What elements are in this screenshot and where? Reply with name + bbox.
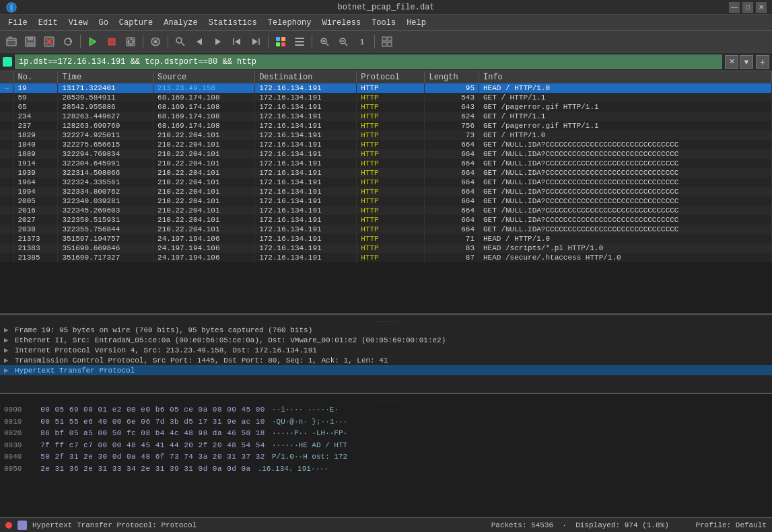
menu-edit[interactable]: Edit	[33, 17, 63, 29]
table-row[interactable]: 1840 322275.656615 210.22.204.101 172.16…	[0, 140, 772, 149]
menu-file[interactable]: File	[3, 17, 33, 29]
table-row[interactable]: 21373 351597.194757 24.197.194.106 172.1…	[0, 234, 772, 243]
row-src: 24.197.194.106	[153, 234, 255, 243]
col-no[interactable]: No.	[13, 71, 58, 83]
menu-analyze[interactable]: Analyze	[158, 17, 203, 29]
detail-row[interactable]: ▶ Ethernet II, Src: EntradaN_05:ce:0a (0…	[0, 335, 772, 345]
row-length: 73	[425, 130, 479, 140]
menu-capture[interactable]: Capture	[114, 17, 158, 29]
open-file-button[interactable]	[3, 33, 20, 50]
table-row[interactable]: 1914 322304.645991 210.22.204.101 172.16…	[0, 159, 772, 168]
menu-help[interactable]: Help	[401, 17, 431, 29]
table-row[interactable]: 1829 322274.925011 210.22.204.101 172.16…	[0, 130, 772, 140]
row-protocol: HTTP	[357, 159, 425, 168]
row-info: GET /NULL.IDA?CCCCCCCCCCCCCCCCCCCCCCCCCC…	[479, 178, 772, 187]
table-row[interactable]: 2005 322340.039281 210.22.204.101 172.16…	[0, 196, 772, 206]
window-controls[interactable]: — □ ✕	[729, 2, 767, 13]
maximize-button[interactable]: □	[742, 2, 753, 13]
colorize-button[interactable]	[272, 33, 289, 50]
normal-size-button[interactable]: 1	[353, 33, 371, 50]
col-length[interactable]: Length	[425, 71, 479, 83]
detail-text: Internet Protocol Version 4, Src: 213.23…	[15, 346, 317, 354]
row-length: 71	[425, 234, 479, 243]
filter-clear-button[interactable]: ✕	[725, 55, 738, 69]
row-protocol: HTTP	[357, 243, 425, 253]
row-no: 2027	[13, 215, 58, 225]
detail-row[interactable]: ▶ Transmission Control Protocol, Src Por…	[0, 355, 772, 365]
start-capture-button[interactable]	[84, 33, 102, 50]
table-row[interactable]: 1939 322314.508066 210.22.204.101 172.16…	[0, 168, 772, 178]
detail-row[interactable]: ▶ Hypertext Transfer Protocol	[0, 365, 772, 375]
packet-list-scroll[interactable]: No. Time Source Destination Protocol Len…	[0, 71, 772, 313]
go-forward-button[interactable]	[209, 33, 227, 50]
status-profile: Profile: Default	[695, 521, 767, 529]
go-first-button[interactable]	[228, 33, 246, 50]
hex-offset: 0040	[4, 451, 31, 463]
row-time: 322294.769834	[58, 149, 153, 159]
zoom-out-button[interactable]	[335, 33, 352, 50]
table-row[interactable]: 234 128263.449627 68.169.174.108 172.16.…	[0, 112, 772, 121]
table-row[interactable]: 59 28539.584911 68.169.174.108 172.16.13…	[0, 93, 772, 102]
packet-rows: → 19 13171.322401 213.23.49.158 172.16.1…	[0, 83, 772, 262]
table-row[interactable]: 1964 322324.335561 210.22.204.101 172.16…	[0, 178, 772, 187]
row-protocol: HTTP	[357, 178, 425, 187]
svg-rect-26	[281, 42, 285, 46]
row-info: GET /NULL.IDA?CCCCCCCCCCCCCCCCCCCCCCCCCC…	[479, 168, 772, 178]
filter-add-button[interactable]: +	[756, 55, 769, 69]
table-row[interactable]: 1889 322294.769834 210.22.204.101 172.16…	[0, 149, 772, 159]
row-no: 21373	[13, 234, 58, 243]
status-bar: Hypertext Transfer Protocol: Protocol Pa…	[0, 517, 772, 532]
col-source[interactable]: Source	[153, 71, 255, 83]
stop-capture-button[interactable]	[103, 33, 120, 50]
table-row[interactable]: 21385 351690.717327 24.197.194.106 172.1…	[0, 253, 772, 262]
table-row[interactable]: 21383 351690.669846 24.197.194.106 172.1…	[0, 243, 772, 253]
svg-rect-27	[295, 38, 304, 39]
go-last-button[interactable]	[247, 33, 265, 50]
menu-wireless[interactable]: Wireless	[317, 17, 367, 29]
row-info: GET /NULL.IDA?CCCCCCCCCCCCCCCCCCCCCCCCCC…	[479, 196, 772, 206]
capture-options-button[interactable]	[147, 33, 164, 50]
menu-go[interactable]: Go	[93, 17, 113, 29]
menu-bar: File Edit View Go Capture Analyze Statis…	[0, 15, 772, 31]
table-row[interactable]: → 19 13171.322401 213.23.49.158 172.16.1…	[0, 83, 772, 93]
row-dst: 172.16.134.191	[255, 187, 357, 196]
filter-input[interactable]	[15, 54, 722, 69]
auto-scroll-button[interactable]	[291, 33, 308, 50]
go-back-button[interactable]	[190, 33, 208, 50]
table-row[interactable]: 65 28542.955886 68.169.174.108 172.16.13…	[0, 102, 772, 112]
table-row[interactable]: 1994 322334.800762 210.22.204.101 172.16…	[0, 187, 772, 196]
menu-statistics[interactable]: Statistics	[203, 17, 262, 29]
table-row[interactable]: 2016 322345.269603 210.22.204.101 172.16…	[0, 206, 772, 215]
find-button[interactable]	[172, 33, 189, 50]
row-length: 664	[425, 196, 479, 206]
col-info[interactable]: Info	[479, 71, 772, 83]
minimize-button[interactable]: —	[729, 2, 740, 13]
menu-view[interactable]: View	[63, 17, 94, 29]
restart-capture-button[interactable]	[122, 33, 139, 50]
table-row[interactable]: 2027 322350.515931 210.22.204.101 172.16…	[0, 215, 772, 225]
row-time: 351690.717327	[58, 253, 153, 262]
zoom-in-button[interactable]	[316, 33, 333, 50]
filter-dropdown-button[interactable]: ▼	[740, 55, 753, 69]
col-protocol[interactable]: Protocol	[357, 71, 425, 83]
save-button[interactable]	[22, 33, 39, 50]
menu-tools[interactable]: Tools	[366, 17, 401, 29]
close-capture-button[interactable]	[40, 33, 58, 50]
row-src: 213.23.49.158	[153, 83, 255, 93]
detail-row[interactable]: ▶ Frame 19: 95 bytes on wire (760 bits),…	[0, 325, 772, 335]
detail-row[interactable]: ▶ Internet Protocol Version 4, Src: 213.…	[0, 345, 772, 355]
row-dst: 172.16.134.191	[255, 243, 357, 253]
table-row[interactable]: 2038 322355.756844 210.22.204.101 172.16…	[0, 225, 772, 234]
svg-rect-24	[281, 37, 285, 41]
svg-rect-3	[27, 42, 34, 46]
col-destination[interactable]: Destination	[255, 71, 357, 83]
reload-button[interactable]	[59, 33, 77, 50]
col-time[interactable]: Time	[58, 71, 153, 83]
row-arrow	[0, 121, 13, 130]
row-protocol: HTTP	[357, 130, 425, 140]
close-button[interactable]: ✕	[756, 2, 767, 13]
table-row[interactable]: 237 128263.699760 68.169.174.108 172.16.…	[0, 121, 772, 130]
expand-subtrees-button[interactable]	[378, 33, 396, 50]
menu-telephony[interactable]: Telephony	[262, 17, 317, 29]
svg-line-31	[326, 43, 329, 46]
